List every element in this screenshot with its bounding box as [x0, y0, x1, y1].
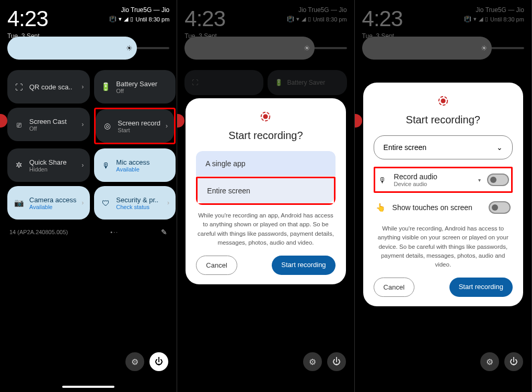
wifi-icon: ▾ [119, 16, 122, 22]
wifi-icon: ▾ [296, 16, 299, 22]
screen-recording-options: 4:23 Tue, 3 Sept Jio True5G — Jio 📳 ▾ ◢ … [355, 0, 532, 392]
tile-screen-record[interactable]: ◎ Screen record Start › [96, 109, 174, 143]
power-icon: ⏻ [155, 357, 163, 366]
signal-icon: ◢ [302, 16, 306, 22]
option-entire-screen[interactable]: Entire screen [198, 178, 333, 203]
scope-select-label: Entire screen [384, 143, 426, 152]
battery-icon: ▯ [485, 16, 488, 22]
scope-select[interactable]: Entire screen ⌄ [374, 135, 513, 159]
settings-button[interactable]: ⚙ [480, 352, 499, 371]
recording-indicator [177, 114, 184, 128]
record-icon [260, 111, 271, 122]
record-audio-toggle[interactable] [487, 174, 509, 186]
tile-mic-access[interactable]: 🎙 Mic access Available [94, 148, 176, 182]
carrier: Jio True5G — Jio [287, 6, 347, 14]
battery-icon: ▯ [308, 16, 311, 22]
bg-tile: 🔋 Battery Saver [268, 70, 346, 95]
recording-indicator [355, 114, 362, 128]
brightness-icon: ☀ [304, 44, 310, 52]
qr-icon: ⛶ [14, 83, 24, 91]
brightness-slider: ☀ [184, 47, 346, 49]
recording-dialog: Start recording? A single app Entire scr… [186, 98, 345, 284]
highlight-entire-screen: Entire screen [196, 177, 335, 205]
brightness-slider: ☀ [362, 47, 524, 49]
touch-icon: 👆 [376, 203, 386, 212]
tile-qr-scanner[interactable]: ⛶ QR code sca.. › [7, 70, 90, 103]
tile-camera-access[interactable]: 📷 Camera access Available › [7, 186, 90, 220]
build-number: 14 (AP2A.240805.005) [9, 229, 68, 235]
tile-battery-saver[interactable]: 🔋 Battery Saver Off [94, 70, 176, 103]
chevron-right-icon: › [82, 83, 84, 90]
disclaimer-text: While you're recording, Android has acce… [375, 224, 512, 269]
power-button[interactable]: ⏻ [149, 352, 168, 371]
gear-icon: ⚙ [309, 357, 316, 367]
start-recording-button[interactable]: Start recording [449, 278, 513, 297]
cancel-button[interactable]: Cancel [196, 256, 237, 275]
status-bar: 4:23 Tue, 3 Sept Jio True5G — Jio 📳 ▾ ◢ … [355, 0, 531, 42]
battery-saver-icon: 🔋 [100, 82, 111, 91]
show-touches-toggle[interactable] [489, 201, 511, 214]
until-time: Until 8:30 pm [313, 16, 347, 22]
show-touches-row: 👆 Show touches on screen [374, 196, 513, 219]
signal-icon: ◢ [479, 16, 483, 22]
clock: 4:23 [7, 6, 48, 31]
mic-icon: 🎙 [377, 176, 388, 185]
gear-icon: ⚙ [131, 357, 138, 367]
clock: 4:23 [184, 6, 225, 31]
chevron-down-icon[interactable]: ▾ [478, 177, 481, 183]
record-audio-label: Record audio [394, 172, 472, 181]
chevron-right-icon: › [82, 162, 84, 169]
bg-tile: ⛶ [184, 70, 263, 95]
svg-point-0 [263, 114, 268, 119]
dialog-title: Start recording? [374, 114, 513, 126]
power-button[interactable]: ⏻ [504, 352, 523, 371]
page-indicator: •·· [110, 229, 119, 235]
gear-icon: ⚙ [486, 357, 493, 367]
dialog-title: Start recording? [196, 130, 335, 142]
tile-screen-cast[interactable]: ⎚ Screen Cast Off › [7, 108, 90, 141]
vibrate-icon: 📳 [287, 16, 294, 22]
edit-icon[interactable]: ✎ [161, 228, 167, 236]
tile-quick-share[interactable]: ✲ Quick Share Hidden › [7, 148, 90, 182]
cast-icon: ⎚ [14, 120, 24, 129]
power-icon: ⏻ [332, 357, 341, 366]
settings-button[interactable]: ⚙ [303, 352, 322, 371]
cancel-button[interactable]: Cancel [374, 278, 414, 297]
record-icon: ◎ [102, 121, 112, 131]
chevron-right-icon: › [166, 122, 168, 130]
disclaimer-text: While you're recording an app, Android h… [197, 211, 334, 247]
camera-icon: 📷 [14, 198, 24, 207]
vibrate-icon: 📳 [464, 16, 471, 22]
wifi-icon: ▾ [473, 16, 477, 22]
start-recording-button[interactable]: Start recording [272, 256, 335, 275]
battery-icon: ▯ [130, 16, 133, 22]
option-single-app[interactable]: A single app [196, 151, 335, 177]
signal-icon: ◢ [124, 16, 128, 22]
until-time: Until 8:30 pm [135, 16, 169, 22]
shield-icon: 🛡 [100, 199, 111, 207]
status-bar: 4:23 Tue, 3 Sept Jio True5G — Jio 📳 ▾ ◢ … [177, 0, 354, 42]
until-time: Until 8:30 pm [490, 16, 524, 22]
chevron-right-icon: › [82, 199, 84, 206]
recording-dialog: Start recording? Entire screen ⌄ 🎙 Recor… [363, 83, 523, 306]
settings-button[interactable]: ⚙ [125, 352, 144, 371]
power-button[interactable]: ⏻ [327, 352, 346, 371]
clock: 4:23 [362, 6, 403, 31]
tile-security[interactable]: 🛡 Security & pr.. Check status › [94, 186, 176, 220]
record-audio-sub: Device audio [394, 181, 472, 187]
mic-icon: 🎙 [100, 161, 111, 170]
chevron-down-icon: ⌄ [496, 143, 503, 152]
nav-handle[interactable] [62, 386, 114, 388]
power-icon: ⏻ [510, 357, 518, 366]
carrier: Jio True5G — Jio [464, 6, 524, 14]
svg-point-2 [441, 98, 445, 103]
highlight-screen-record: ◎ Screen record Start › [94, 108, 176, 144]
brightness-slider[interactable]: ☀ [7, 47, 169, 49]
chevron-right-icon: › [82, 121, 84, 128]
chevron-right-icon: › [167, 199, 169, 206]
screen-choose-scope: 4:23 Tue, 3 Sept Jio True5G — Jio 📳 ▾ ◢ … [177, 0, 354, 392]
quick-share-icon: ✲ [14, 160, 24, 170]
vibrate-icon: 📳 [109, 16, 117, 22]
show-touches-label: Show touches on screen [392, 203, 482, 212]
record-icon [437, 95, 449, 107]
